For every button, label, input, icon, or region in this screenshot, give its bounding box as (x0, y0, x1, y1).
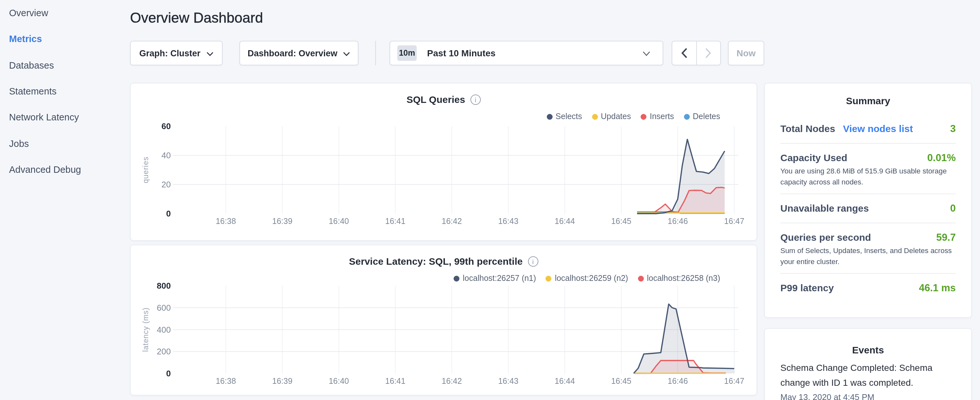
qps-desc: Sum of Selects, Updates, Inserts, and De… (780, 245, 956, 268)
svg-text:16:41: 16:41 (385, 217, 406, 226)
qps-value: 59.7 (936, 231, 956, 243)
events-title: Events (780, 329, 956, 355)
svg-text:16:43: 16:43 (498, 376, 519, 386)
svg-text:16:44: 16:44 (555, 376, 575, 386)
unavailable-label: Unavailable ranges (780, 202, 869, 214)
chevron-down-icon (643, 51, 650, 56)
time-range-label: Past 10 Minutes (427, 48, 496, 58)
svg-text:16:46: 16:46 (668, 376, 688, 386)
svg-text:16:39: 16:39 (272, 217, 293, 226)
sql-queries-chart-panel: SQL Queries i SelectsUpdatesInsertsDelet… (130, 83, 757, 241)
svg-text:40: 40 (161, 150, 171, 160)
capacity-desc: You are using 28.6 MiB of 515.9 GiB usab… (780, 166, 956, 188)
page: OverviewMetricsDatabasesStatementsNetwor… (0, 0, 980, 400)
svg-text:16:47: 16:47 (724, 217, 745, 226)
latency-chart: 020040060080016:3816:3916:4016:4116:4216… (131, 245, 758, 396)
summary-panel: Summary Total Nodes View nodes list 3 Ca… (764, 83, 972, 318)
svg-text:queries: queries (142, 157, 150, 183)
divider (780, 143, 956, 143)
summary-title: Summary (780, 83, 956, 106)
svg-text:600: 600 (157, 303, 171, 312)
chevron-left-icon (681, 48, 687, 58)
qps-label: Queries per second (780, 231, 871, 242)
dashboard-dropdown-label: Dashboard: Overview (248, 48, 337, 58)
graph-dropdown[interactable]: Graph: Cluster (130, 41, 223, 65)
divider (780, 273, 956, 274)
event-item-time: May 13, 2020 at 4:45 PM (780, 392, 956, 400)
svg-text:16:47: 16:47 (724, 376, 745, 386)
svg-text:latency (ms): latency (ms) (142, 308, 150, 352)
svg-text:16:46: 16:46 (668, 217, 688, 226)
sidebar: OverviewMetricsDatabasesStatementsNetwor… (0, 0, 130, 400)
capacity-value: 0.01% (927, 152, 956, 163)
sidebar-item-advanced-debug[interactable]: Advanced Debug (0, 157, 130, 183)
svg-text:200: 200 (157, 347, 171, 356)
graph-dropdown-label: Graph: Cluster (139, 48, 200, 58)
sidebar-item-network-latency[interactable]: Network Latency (0, 104, 130, 131)
summary-row-qps: Queries per second 59.7 (780, 231, 956, 243)
summary-row-p99: P99 latency 46.1 ms (780, 282, 956, 294)
event-item-text: Schema Change Completed: Schema change w… (780, 360, 956, 390)
p99-label: P99 latency (780, 282, 834, 293)
svg-text:20: 20 (161, 180, 171, 189)
total-nodes-label: Total Nodes (780, 123, 835, 134)
time-forward-button[interactable] (697, 41, 720, 65)
time-range-badge: 10m (397, 45, 417, 61)
sidebar-item-databases[interactable]: Databases (0, 52, 130, 78)
sidebar-item-jobs[interactable]: Jobs (0, 131, 130, 157)
svg-text:0: 0 (166, 209, 171, 218)
sidebar-nav: OverviewMetricsDatabasesStatementsNetwor… (0, 0, 130, 183)
divider (780, 193, 956, 194)
sidebar-item-metrics[interactable]: Metrics (0, 26, 130, 53)
svg-text:16:38: 16:38 (216, 217, 236, 226)
svg-text:16:39: 16:39 (272, 376, 293, 386)
svg-text:16:45: 16:45 (611, 217, 632, 226)
view-nodes-link[interactable]: View nodes list (843, 123, 913, 134)
sql-queries-chart: 020406016:3816:3916:4016:4116:4216:4316:… (131, 83, 758, 241)
now-button[interactable]: Now (728, 41, 764, 65)
svg-text:16:40: 16:40 (329, 217, 349, 226)
svg-text:16:40: 16:40 (329, 376, 349, 386)
sidebar-item-overview[interactable]: Overview (0, 0, 130, 26)
time-back-button[interactable] (672, 41, 696, 65)
divider (780, 222, 956, 223)
controls-bar: Graph: Cluster Dashboard: Overview 10m P… (130, 41, 764, 65)
svg-text:16:45: 16:45 (611, 376, 632, 386)
unavailable-value: 0 (950, 202, 956, 214)
chevron-right-icon (706, 48, 711, 58)
chevron-down-icon (207, 51, 213, 56)
total-nodes-value: 3 (950, 123, 956, 135)
svg-text:400: 400 (157, 325, 171, 335)
time-range-selector[interactable]: 10m Past 10 Minutes (390, 41, 663, 65)
svg-text:16:44: 16:44 (555, 217, 575, 226)
svg-text:16:41: 16:41 (385, 376, 406, 386)
svg-text:16:42: 16:42 (442, 217, 462, 226)
svg-text:16:42: 16:42 (442, 376, 462, 386)
svg-text:60: 60 (161, 121, 171, 131)
summary-row-capacity: Capacity Used 0.01% (780, 152, 956, 163)
chevron-down-icon (343, 51, 350, 56)
svg-text:16:43: 16:43 (498, 217, 519, 226)
controls-divider (375, 41, 376, 65)
summary-row-unavailable: Unavailable ranges 0 (780, 202, 956, 214)
page-title: Overview Dashboard (130, 10, 263, 27)
latency-chart-panel: Service Latency: SQL, 99th percentile i … (130, 245, 757, 395)
capacity-label: Capacity Used (780, 152, 847, 163)
sidebar-item-statements[interactable]: Statements (0, 78, 130, 105)
events-panel: Events Schema Change Completed: Schema c… (764, 328, 972, 400)
svg-text:800: 800 (157, 281, 171, 291)
p99-value: 46.1 ms (919, 282, 956, 294)
dashboard-dropdown[interactable]: Dashboard: Overview (239, 41, 358, 65)
summary-row-total-nodes: Total Nodes View nodes list 3 (780, 123, 956, 135)
time-step-buttons (672, 41, 721, 65)
svg-text:0: 0 (166, 369, 171, 378)
svg-text:16:38: 16:38 (216, 376, 236, 386)
